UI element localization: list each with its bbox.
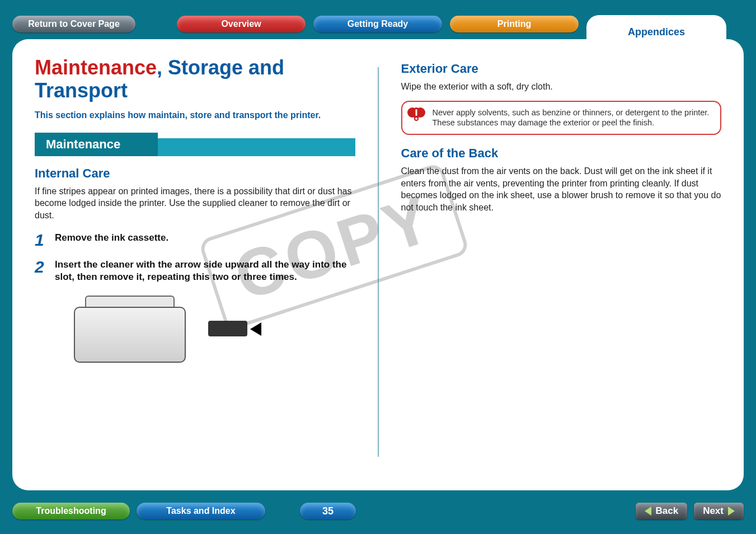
warning-callout: Never apply solvents, such as benzine or… <box>401 101 722 135</box>
care-of-back-body: Clean the dust from the air vents on the… <box>401 165 722 213</box>
return-cover-button[interactable]: Return to Cover Page <box>12 16 135 32</box>
page-number-badge: 35 <box>300 503 356 519</box>
step-1-text: Remove the ink cassette. <box>55 232 168 244</box>
right-column: Exterior Care Wipe the exterior with a s… <box>401 56 722 479</box>
next-button[interactable]: Next <box>694 503 744 519</box>
back-button[interactable]: Back <box>636 503 688 519</box>
tab-printing[interactable]: Printing <box>450 16 579 32</box>
subheading-exterior-care: Exterior Care <box>401 62 722 76</box>
step-1-number: 1 <box>35 232 49 249</box>
next-label: Next <box>703 505 724 517</box>
section-stripe <box>158 133 355 156</box>
printer-illustration <box>68 290 231 374</box>
warning-text: Never apply solvents, such as benzine or… <box>433 108 710 128</box>
tasks-index-button[interactable]: Tasks and Index <box>137 503 265 519</box>
svg-point-4 <box>415 118 417 120</box>
tab-overview[interactable]: Overview <box>177 16 306 32</box>
exterior-care-body: Wipe the exterior with a soft, dry cloth… <box>401 81 722 93</box>
bottom-bar: Troubleshooting Tasks and Index 35 Back … <box>12 502 744 521</box>
intro-text: This section explains how maintain, stor… <box>35 110 348 120</box>
app-frame: Return to Cover Page Overview Getting Re… <box>0 0 756 534</box>
step-2-number: 2 <box>35 259 49 275</box>
section-label: Maintenance <box>35 133 158 156</box>
subheading-internal-care: Internal Care <box>35 166 355 181</box>
step-1: 1 Remove the ink cassette. <box>35 232 355 249</box>
warning-icon <box>407 105 426 124</box>
step-2-text: Insert the cleaner with the arrow side u… <box>55 259 355 283</box>
column-divider <box>378 67 379 457</box>
back-label: Back <box>656 505 679 517</box>
svg-rect-3 <box>415 109 417 116</box>
arrow-right-icon <box>728 507 735 516</box>
tab-getting-ready[interactable]: Getting Ready <box>313 16 442 32</box>
left-column: Maintenance, Storage and Transport This … <box>35 56 355 479</box>
top-nav: Return to Cover Page Overview Getting Re… <box>12 16 744 32</box>
step-2: 2 Insert the cleaner with the arrow side… <box>35 259 355 283</box>
subheading-care-of-back: Care of the Back <box>401 146 722 161</box>
page-title: Maintenance, Storage and Transport <box>35 56 355 102</box>
page-panel: COPY Maintenance, Storage and Transport … <box>12 39 744 490</box>
troubleshooting-button[interactable]: Troubleshooting <box>12 503 130 519</box>
arrow-left-icon <box>645 507 651 516</box>
internal-care-body: If fine stripes appear on printed images… <box>35 185 355 222</box>
section-heading-bar: Maintenance <box>35 133 355 156</box>
title-highlight: Maintenance <box>35 56 157 79</box>
arrow-insert-icon <box>250 322 261 336</box>
